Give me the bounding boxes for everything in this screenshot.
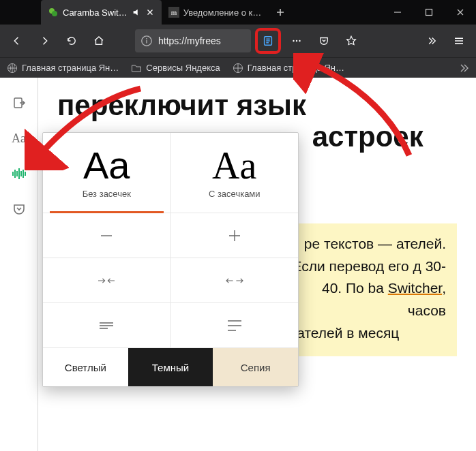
font-caption: Без засечек xyxy=(83,189,131,199)
width-narrow-icon xyxy=(93,273,120,289)
close-icon xyxy=(456,8,464,16)
bookmark-item[interactable]: Главная страница Ян… xyxy=(7,63,119,74)
info-icon xyxy=(140,35,153,47)
chevrons-right-icon xyxy=(426,35,438,47)
font-sample: Aa xyxy=(83,146,130,185)
line-height-increase[interactable] xyxy=(171,303,299,347)
pocket-button[interactable] xyxy=(312,29,336,52)
bookmarks-overflow-button[interactable] xyxy=(458,63,469,74)
dots-icon xyxy=(291,35,303,47)
svg-point-9 xyxy=(296,40,297,42)
font-size-decrease[interactable] xyxy=(43,213,171,258)
back-button[interactable] xyxy=(5,29,29,52)
svg-point-8 xyxy=(293,40,294,42)
bookmark-label: Главная страница Ян… xyxy=(248,63,344,73)
content-width-increase[interactable] xyxy=(171,258,299,302)
line-height-decrease[interactable] xyxy=(43,303,171,347)
waveform-icon xyxy=(12,167,27,181)
svg-rect-4 xyxy=(426,10,432,16)
maximize-icon xyxy=(425,8,433,16)
svg-text:m: m xyxy=(170,8,177,16)
forward-button[interactable] xyxy=(33,29,56,52)
font-sans-option[interactable]: Aa Без засечек xyxy=(43,133,171,213)
font-serif-option[interactable]: Aa С засечками xyxy=(171,133,299,213)
svg-point-10 xyxy=(299,40,300,42)
tab-active[interactable]: Caramba Swit… xyxy=(41,0,162,25)
tab-inactive[interactable]: m Уведомление о к… xyxy=(162,0,269,25)
arrow-right-icon xyxy=(38,35,50,47)
tab-label: Уведомление о к… xyxy=(183,7,262,18)
nav-toolbar: https://myfrees xyxy=(0,25,476,57)
lineheight-tight-icon xyxy=(93,317,120,334)
bookmark-item[interactable]: Сервисы Яндекса xyxy=(131,63,220,74)
pocket-icon xyxy=(318,35,330,47)
bookmark-item[interactable]: Главная страница Ян… xyxy=(233,63,344,74)
pocket-save-button[interactable] xyxy=(9,199,29,219)
favicon-icon: m xyxy=(168,7,179,18)
globe-icon xyxy=(233,63,243,74)
minus-icon xyxy=(93,228,120,244)
exit-icon xyxy=(12,96,26,110)
tab-label: Caramba Swit… xyxy=(63,7,128,18)
reload-icon xyxy=(65,35,78,47)
narrate-button[interactable] xyxy=(9,164,29,184)
font-sample: Aa xyxy=(212,146,256,185)
home-button[interactable] xyxy=(87,29,110,52)
width-wide-icon xyxy=(221,273,248,289)
theme-light-option[interactable]: Светлый xyxy=(43,348,128,386)
pocket-icon xyxy=(12,202,26,216)
close-reader-button[interactable] xyxy=(9,93,29,113)
minimize-icon xyxy=(393,8,402,16)
theme-sepia-option[interactable]: Сепия xyxy=(213,348,298,386)
favicon-icon xyxy=(48,7,59,18)
bookmark-label: Главная страница Ян… xyxy=(22,63,119,73)
minimize-button[interactable] xyxy=(382,0,413,25)
plus-icon xyxy=(276,7,285,17)
lineheight-loose-icon xyxy=(221,317,248,334)
content-width-decrease[interactable] xyxy=(43,258,171,302)
overflow-button[interactable] xyxy=(420,29,443,52)
sound-icon[interactable] xyxy=(132,7,141,17)
hamburger-icon xyxy=(453,35,465,47)
font-size-increase[interactable] xyxy=(171,213,299,258)
title-bar: Caramba Swit… m Уведомление о к… xyxy=(0,0,476,25)
url-text: https://myfrees xyxy=(158,35,221,46)
globe-icon xyxy=(7,63,18,74)
svg-point-6 xyxy=(146,38,147,40)
menu-button[interactable] xyxy=(447,29,471,52)
reload-button[interactable] xyxy=(60,29,83,52)
maximize-button[interactable] xyxy=(413,0,445,25)
reader-view-button[interactable] xyxy=(255,28,281,54)
type-controls-button[interactable]: Aa xyxy=(9,128,29,149)
arrow-left-icon xyxy=(11,35,23,47)
bookmark-star-button[interactable] xyxy=(340,29,363,52)
home-icon xyxy=(93,35,105,47)
theme-dark-option[interactable]: Темный xyxy=(128,348,213,386)
close-icon[interactable] xyxy=(145,7,155,17)
plus-icon xyxy=(221,228,248,244)
bookmark-label: Сервисы Яндекса xyxy=(146,63,220,73)
bookmarks-bar: Главная страница Ян… Сервисы Яндекса Гла… xyxy=(0,57,476,78)
aa-icon: Aa xyxy=(12,131,26,146)
close-window-button[interactable] xyxy=(445,0,476,25)
chevrons-right-icon xyxy=(458,63,469,74)
reader-type-panel: Aa Без засечек Aa С засечками xyxy=(42,132,299,387)
url-bar[interactable]: https://myfrees xyxy=(135,29,251,52)
svg-point-1 xyxy=(52,11,57,16)
folder-icon xyxy=(131,63,142,74)
page-actions-button[interactable] xyxy=(285,29,308,52)
font-caption: С засечками xyxy=(209,189,261,199)
reader-icon xyxy=(262,35,274,47)
new-tab-button[interactable] xyxy=(268,0,293,25)
star-icon xyxy=(345,35,357,47)
reader-sidebar: Aa xyxy=(0,78,38,451)
